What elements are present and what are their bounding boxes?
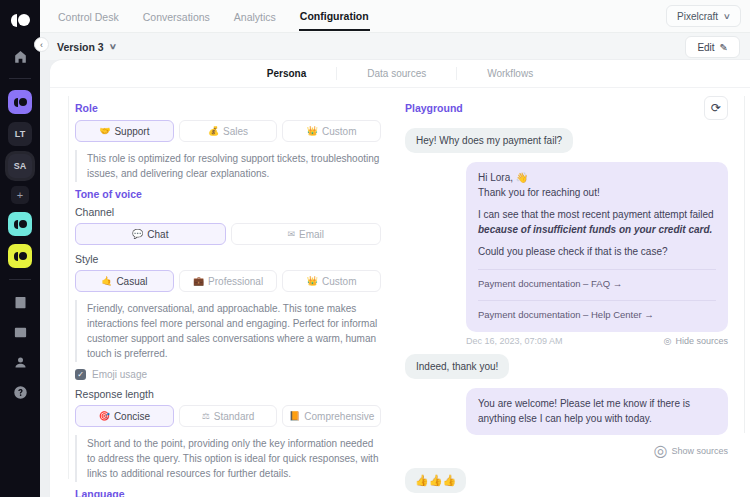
role-option-sales[interactable]: 💰 Sales — [179, 120, 278, 142]
source-link-faq[interactable]: Payment documentation – FAQ → — [478, 269, 716, 292]
message-timestamp: Dec 16, 2023, 07:09 AM — [466, 336, 563, 346]
hide-sources-toggle[interactable]: ◎ Hide sources — [664, 336, 728, 346]
response-length-options: 🎯 Concise ⚖ Standard 📙 Comprehensive — [75, 405, 381, 427]
workspace-lt[interactable]: LT — [8, 122, 32, 146]
target-icon: 🎯 — [99, 411, 110, 421]
changelog-icon[interactable] — [12, 294, 28, 310]
assistant-message: You are welcome! Please let me know if t… — [466, 388, 728, 435]
edit-button-label: Edit — [697, 42, 714, 53]
language-section-label: Language — [75, 488, 381, 497]
crown-icon: 👑 — [307, 276, 318, 286]
pixelcraft-logo-icon — [11, 9, 30, 31]
checkbox-check-icon: ✓ — [75, 369, 86, 380]
tab-workflows[interactable]: Workflows — [457, 68, 563, 79]
tab-control-desk[interactable]: Control Desk — [57, 2, 120, 30]
response-option-comprehensive[interactable]: 📙 Comprehensive — [282, 405, 381, 427]
response-length-description: Short and to the point, providing only t… — [75, 435, 381, 482]
user-message: Hey! Why does my payment fail? — [405, 128, 573, 153]
chevron-down-icon: ∨ — [723, 12, 731, 21]
channel-label: Channel — [75, 206, 381, 218]
eye-icon: ◎ — [654, 441, 668, 460]
help-icon[interactable] — [12, 384, 28, 400]
add-workspace-button[interactable]: + — [11, 186, 29, 204]
version-selector[interactable]: Version 3 ∨ — [57, 41, 116, 53]
workspace-switcher-label: Pixelcraft — [677, 11, 718, 22]
book-icon: 📙 — [289, 411, 300, 421]
message-meta: Dec 16, 2023, 07:09 AM ◎ Hide sources — [466, 336, 728, 346]
response-length-label: Response length — [75, 388, 381, 400]
role-section-label: Role — [75, 102, 381, 114]
tab-analytics[interactable]: Analytics — [233, 2, 277, 30]
style-options: 🤙 Casual 💼 Professional 👑 Custom — [75, 270, 381, 292]
home-icon[interactable] — [12, 48, 28, 64]
eye-icon: ◎ — [664, 336, 672, 346]
source-link-help-center[interactable]: Payment documentation – Help Center → — [478, 300, 716, 323]
refresh-icon: ⟳ — [711, 101, 721, 115]
envelope-icon: ✉ — [287, 229, 295, 239]
chat-bubble-icon: 💬 — [132, 229, 143, 239]
user-message: Indeed, thank you! — [405, 354, 509, 379]
top-navigation: Control Desk Conversations Analytics Con… — [40, 0, 750, 32]
channel-options: 💬 Chat ✉ Email — [75, 223, 381, 245]
emoji-usage-checkbox[interactable]: ✓ Emoji usage — [75, 369, 381, 380]
collapse-sidebar-button[interactable]: ‹ — [34, 37, 49, 52]
version-label: Version 3 — [57, 41, 104, 53]
tab-persona[interactable]: Persona — [237, 68, 336, 79]
chat-thread: Hey! Why does my payment fail? Hi Lora, … — [405, 128, 728, 497]
emoji-usage-label: Emoji usage — [92, 369, 147, 380]
workspace-purple[interactable] — [8, 90, 32, 114]
assistant-body: You are welcome! Please let me know if t… — [478, 397, 716, 426]
style-option-custom[interactable]: 👑 Custom — [282, 270, 381, 292]
chevron-down-icon: ∨ — [109, 42, 117, 51]
scales-icon: ⚖ — [202, 411, 210, 421]
role-option-support[interactable]: 🤝 Support — [75, 120, 174, 142]
workspace-yellow[interactable] — [8, 244, 32, 268]
workspace-switcher-button[interactable]: Pixelcraft ∨ — [666, 5, 741, 27]
role-description: This role is optimized for resolving sup… — [75, 150, 381, 182]
tab-configuration[interactable]: Configuration — [299, 1, 370, 31]
workspace-purple-logo-icon — [14, 98, 27, 107]
refresh-conversation-button[interactable]: ⟳ — [704, 96, 728, 120]
show-sources-toggle[interactable]: ◎ Show sources — [654, 441, 729, 460]
configuration-tabs: Persona Data sources Workflows — [50, 60, 750, 88]
tone-section-label: Tone of voice — [75, 188, 381, 200]
response-option-concise[interactable]: 🎯 Concise — [75, 405, 174, 427]
style-description: Friendly, conversational, and approachab… — [75, 300, 381, 362]
workspace-cyan[interactable] — [8, 212, 32, 236]
edit-button[interactable]: Edit ✎ — [685, 36, 740, 58]
assistant-line: Thank you for reaching out! — [478, 186, 716, 201]
assistant-question: Could you please check if that is the ca… — [478, 245, 716, 260]
playground-title: Playground — [405, 102, 463, 114]
channel-option-chat[interactable]: 💬 Chat — [75, 223, 226, 245]
briefcase-icon: 💼 — [193, 276, 204, 286]
rail-divider — [9, 279, 31, 280]
crown-icon: 👑 — [307, 126, 318, 136]
rail-divider — [9, 78, 31, 79]
user-message-reaction: 👍👍👍 — [405, 468, 466, 493]
handshake-icon: 🤝 — [99, 126, 110, 136]
playground-scroll-rule — [744, 96, 745, 433]
money-bag-icon: 💰 — [208, 126, 219, 136]
role-option-custom[interactable]: 👑 Custom — [282, 120, 381, 142]
app-rail: LT SA + — [0, 0, 40, 497]
style-option-casual[interactable]: 🤙 Casual — [75, 270, 174, 292]
channel-option-email[interactable]: ✉ Email — [231, 223, 382, 245]
tab-data-sources[interactable]: Data sources — [337, 68, 456, 79]
assistant-message: Hi Lora, 👋 Thank you for reaching out! I… — [466, 162, 728, 332]
assistant-greeting: Hi Lora, 👋 — [478, 171, 716, 186]
persona-form: Role 🤝 Support 💰 Sales 👑 Custom This rol… — [50, 88, 393, 497]
account-icon[interactable] — [12, 354, 28, 370]
workspace-sa[interactable]: SA — [8, 154, 32, 178]
emphasized-text: because of insufficient funds on your cr… — [478, 224, 712, 235]
workspace-yellow-logo-icon — [14, 252, 27, 261]
style-label: Style — [75, 253, 381, 265]
assistant-body: I can see that the most recent payment a… — [478, 208, 716, 237]
version-bar: Version 3 ∨ Edit ✎ — [40, 32, 750, 60]
playground: Playground ⟳ Hey! Why does my payment fa… — [393, 88, 750, 497]
edit-pencil-icon: ✎ — [720, 42, 728, 53]
response-option-standard[interactable]: ⚖ Standard — [179, 405, 278, 427]
tab-conversations[interactable]: Conversations — [142, 2, 211, 30]
role-options: 🤝 Support 💰 Sales 👑 Custom — [75, 120, 381, 142]
billing-icon[interactable] — [12, 324, 28, 340]
style-option-professional[interactable]: 💼 Professional — [179, 270, 278, 292]
